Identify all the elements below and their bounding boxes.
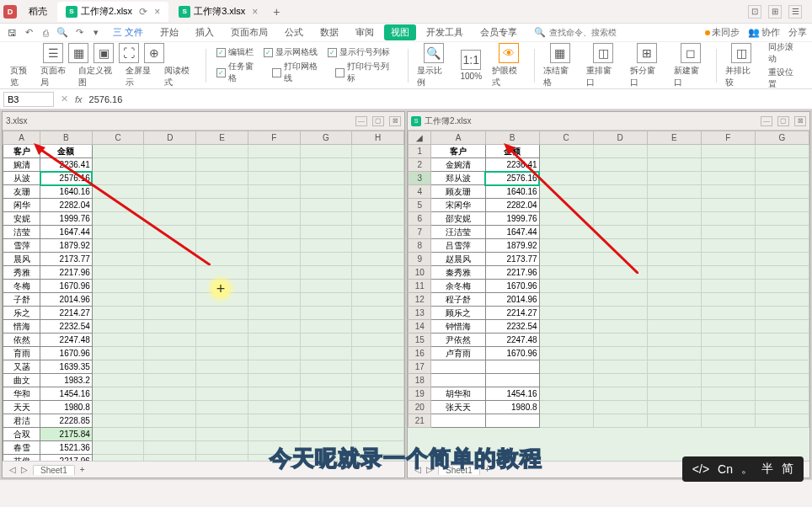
cell[interactable]	[92, 212, 144, 226]
cell[interactable]: 邵安妮	[431, 212, 485, 226]
cell[interactable]	[539, 239, 593, 253]
row-header[interactable]: 6	[409, 212, 431, 226]
cell[interactable]	[755, 401, 809, 414]
cell[interactable]	[701, 307, 755, 320]
cell[interactable]	[144, 441, 196, 455]
cell[interactable]	[92, 307, 144, 320]
cell[interactable]	[593, 401, 647, 414]
cell[interactable]: 1999.76	[485, 212, 539, 226]
row-header[interactable]: 18	[409, 374, 431, 387]
cell[interactable]	[755, 172, 809, 185]
cell[interactable]: 从波	[3, 172, 40, 185]
cell[interactable]	[144, 360, 196, 374]
cell[interactable]	[352, 428, 404, 441]
cell[interactable]	[593, 239, 647, 253]
cell[interactable]: 2236.41	[485, 158, 539, 172]
cell[interactable]	[647, 266, 701, 280]
cell[interactable]	[593, 307, 647, 320]
cell[interactable]: 2214.27	[485, 307, 539, 320]
cell[interactable]	[701, 199, 755, 212]
cell[interactable]	[196, 334, 248, 347]
cell[interactable]	[539, 374, 593, 387]
read-mode-button[interactable]: ⊕	[144, 43, 164, 63]
cell[interactable]	[593, 293, 647, 307]
cell[interactable]	[539, 293, 593, 307]
chk-print-grid[interactable]: 打印网格线	[272, 61, 325, 84]
cell[interactable]	[647, 253, 701, 266]
row-header[interactable]: 11	[409, 280, 431, 293]
cell[interactable]	[196, 145, 248, 158]
cell[interactable]	[701, 320, 755, 334]
cell[interactable]	[248, 414, 300, 428]
cell[interactable]	[92, 253, 144, 266]
cell[interactable]	[144, 401, 196, 414]
cell[interactable]: 2282.04	[485, 199, 539, 212]
share-button[interactable]: 分享	[788, 26, 807, 39]
cell[interactable]: 2247.48	[40, 334, 93, 347]
search-input[interactable]	[549, 28, 617, 37]
window-icon-1[interactable]: ⊡	[748, 5, 761, 19]
cancel-icon[interactable]: ✕	[61, 93, 68, 104]
cell[interactable]: 2173.77	[40, 253, 93, 266]
grid-right[interactable]: ◢ABCDEFG1客户金额2金婉清2236.413郑从波2576.164顾友珊1…	[408, 131, 809, 461]
grid-left[interactable]: ABCDEFGH客户金额婉清2236.41从波2576.16友珊1640.16闲…	[3, 131, 404, 461]
print-icon[interactable]: ⎙	[39, 26, 52, 40]
cell[interactable]	[92, 199, 144, 212]
row-header[interactable]: 19	[409, 387, 431, 401]
cell[interactable]: 1454.16	[485, 387, 539, 401]
cell[interactable]	[701, 239, 755, 253]
cell[interactable]	[196, 347, 248, 360]
cell[interactable]	[593, 334, 647, 347]
cell[interactable]: 程子舒	[431, 293, 485, 307]
cell[interactable]	[647, 199, 701, 212]
cell[interactable]	[647, 293, 701, 307]
cell[interactable]: 芬俊	[3, 455, 40, 462]
cell[interactable]: 1454.16	[40, 387, 93, 401]
col-header[interactable]: F	[701, 131, 755, 145]
cell[interactable]	[593, 280, 647, 293]
cell[interactable]	[701, 145, 755, 158]
cell[interactable]	[701, 360, 755, 374]
cell[interactable]	[647, 145, 701, 158]
cell[interactable]	[485, 374, 539, 387]
rearrange-button[interactable]: ◫	[593, 43, 613, 63]
cell[interactable]: 张天天	[431, 401, 485, 414]
cell[interactable]	[539, 360, 593, 374]
cell[interactable]	[248, 199, 300, 212]
cell[interactable]: 2228.85	[40, 414, 93, 428]
cell[interactable]	[300, 145, 352, 158]
pane-maximize-button[interactable]: ▢	[777, 116, 789, 126]
fullscreen-button[interactable]: ⛶	[119, 43, 139, 63]
cell[interactable]	[539, 414, 593, 428]
cell[interactable]: 华和	[3, 387, 40, 401]
cell[interactable]	[539, 334, 593, 347]
cell[interactable]	[647, 158, 701, 172]
cell[interactable]	[144, 172, 196, 185]
cell[interactable]	[300, 360, 352, 374]
cell[interactable]: 胡华和	[431, 387, 485, 401]
cell[interactable]: 2014.96	[485, 293, 539, 307]
col-header[interactable]: A	[3, 131, 40, 145]
cell[interactable]	[300, 172, 352, 185]
col-header[interactable]: C	[539, 131, 593, 145]
row-header[interactable]: 7	[409, 226, 431, 239]
cell[interactable]: 2247.48	[485, 334, 539, 347]
formula-input[interactable]: 2576.16	[89, 94, 809, 104]
cell[interactable]	[647, 172, 701, 185]
cell[interactable]: 2232.54	[485, 320, 539, 334]
cell[interactable]	[755, 334, 809, 347]
cell[interactable]	[300, 266, 352, 280]
page-preview-button[interactable]: ☰	[43, 43, 63, 63]
cell[interactable]	[352, 145, 404, 158]
cell[interactable]	[352, 414, 404, 428]
cell[interactable]: 秀雅	[3, 266, 40, 280]
col-header[interactable]: G	[300, 131, 352, 145]
cell[interactable]: 汪洁莹	[431, 226, 485, 239]
cell[interactable]	[196, 387, 248, 401]
chk-show-row-header[interactable]: ✓显示行号列标	[328, 46, 390, 58]
cell[interactable]	[539, 185, 593, 199]
cell[interactable]	[300, 347, 352, 360]
new-tab-button[interactable]: +	[268, 5, 285, 19]
cell[interactable]	[92, 239, 144, 253]
col-header[interactable]: C	[92, 131, 144, 145]
